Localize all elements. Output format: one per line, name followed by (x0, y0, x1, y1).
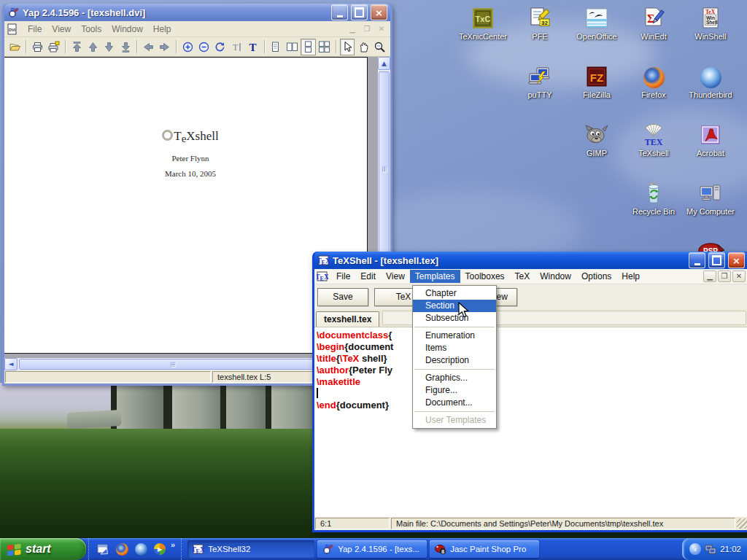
tray-chevron-icon[interactable]: ‹ (689, 543, 701, 555)
menu-item-items[interactable]: Items (413, 342, 496, 354)
select-tool-icon[interactable] (340, 39, 355, 55)
menu-item-section[interactable]: Section (413, 300, 496, 312)
mdi-close-icon[interactable]: ✕ (732, 271, 746, 282)
zoom-out-icon[interactable] (196, 39, 211, 55)
maximize-button[interactable] (708, 252, 725, 268)
scroll-up-icon[interactable]: ▲ (378, 57, 390, 70)
menu-item-enumeration[interactable]: Enumeration (413, 330, 496, 342)
firefox-icon[interactable] (116, 543, 128, 556)
texshell-menu-templates[interactable]: Templates (410, 270, 460, 283)
taskbar-task-yap-2-4-1596-texs[interactable]: DVIYap 2.4.1596 - [texs... (317, 540, 427, 558)
network-icon[interactable] (705, 543, 716, 555)
quick-launch-overflow-chevron[interactable]: » (171, 540, 175, 549)
menu-item-document[interactable]: Document... (413, 397, 496, 409)
menu-item-chapter[interactable]: Chapter (413, 287, 496, 300)
texshell-menu-edit[interactable]: Edit (355, 270, 381, 283)
single-page-icon[interactable] (268, 39, 283, 55)
open-file-icon[interactable] (7, 39, 22, 55)
desktop-icon-firefox[interactable]: Firefox (626, 64, 681, 99)
media-player-icon[interactable]: ▶ (154, 543, 166, 555)
start-button[interactable]: start (0, 538, 86, 560)
desktop-icon-texniccenter[interactable]: TxCTeXnicCenter (455, 6, 511, 41)
editor-line: \author{Peter Fly (317, 365, 747, 376)
forward-icon[interactable] (158, 39, 172, 55)
hand-tool-icon[interactable] (356, 39, 371, 55)
texshell-menu-view[interactable]: View (381, 270, 410, 283)
menu-item-graphics[interactable]: Graphics... (413, 372, 496, 384)
text-icon[interactable]: T (245, 39, 260, 55)
resize-grip[interactable] (737, 518, 747, 529)
desktop-icon-putty[interactable]: puTTY (512, 64, 568, 99)
refresh-icon[interactable] (213, 39, 228, 55)
mdi-restore-icon[interactable]: ❐ (360, 23, 374, 35)
magnifier-tool-icon[interactable] (373, 39, 387, 55)
mdi-close-icon[interactable]: ✕ (375, 23, 388, 35)
double-page-icon[interactable] (285, 39, 299, 55)
continuous-page-icon[interactable] (301, 39, 315, 55)
texshell-statusbar: 6:1 Main file: C:\Documents and Settings… (314, 517, 747, 530)
close-button[interactable]: × (371, 4, 387, 20)
yap-menu-window[interactable]: Window (107, 23, 148, 36)
svg-text:32: 32 (541, 20, 548, 26)
desktop-icon-texshell[interactable]: TEXTeXshell (626, 122, 681, 158)
taskbar-task-texshell32[interactable]: TEXTeXShell32 (187, 540, 314, 558)
desktop-icon-pfe[interactable]: 32PFE (512, 6, 568, 41)
taskbar-task-jasc-paint-shop-pro[interactable]: 8Jasc Paint Shop Pro (430, 540, 539, 558)
texshell-doc-icon: TEX (317, 271, 328, 282)
yap-app-icon: DVI (8, 7, 20, 18)
yap-menu-help[interactable]: Help (148, 23, 177, 36)
texshell-menu-help[interactable]: Help (616, 270, 645, 283)
previous-page-icon[interactable] (85, 39, 100, 55)
save-button[interactable]: Save (317, 288, 368, 306)
mdi-minimize-icon[interactable]: ▁ (703, 271, 716, 282)
maximize-button[interactable] (351, 4, 368, 20)
menu-item-subsection[interactable]: Subsection (413, 312, 496, 324)
desktop-icon-gimp[interactable]: GIMP (569, 122, 624, 158)
texshell-menu-file[interactable]: File (331, 270, 355, 283)
tab-texshell-tex[interactable]: texshell.tex (316, 311, 379, 327)
minimize-button[interactable] (689, 252, 705, 268)
ruler-icon[interactable]: T (229, 39, 244, 55)
desktop-icon-thunderbird[interactable]: Thunderbird (683, 64, 738, 99)
desktop-icon-acrobat[interactable]: Acrobat (683, 122, 738, 158)
mdi-restore-icon[interactable]: ❐ (718, 271, 731, 282)
first-page-icon[interactable] (69, 39, 84, 55)
menu-item-description[interactable]: Description (413, 354, 496, 367)
desktop-icon-openoffice[interactable]: OpenOffice (569, 6, 624, 41)
thunderbird-icon[interactable] (135, 543, 147, 556)
back-icon[interactable] (141, 39, 155, 55)
print-setup-icon[interactable] (47, 39, 61, 55)
scroll-left-icon[interactable]: ◄ (4, 358, 18, 370)
texshell-menu-tex[interactable]: TeX (510, 270, 535, 283)
texshell-titlebar[interactable]: TEX TeXShell - [texshell.tex] × (314, 252, 747, 269)
scrollbar-thumb[interactable] (19, 359, 327, 370)
close-button[interactable]: × (728, 252, 745, 268)
last-page-icon[interactable] (118, 39, 133, 55)
mdi-minimize-icon[interactable]: ▁ (346, 23, 359, 35)
desktop-icon-label: TeXnicCenter (455, 32, 511, 41)
desktop-icon-winedt[interactable]: ΣWinEdt (626, 6, 681, 41)
next-page-icon[interactable] (102, 39, 117, 55)
desktop-icon-mycomputer[interactable]: My Computer (683, 181, 738, 216)
desktop-icon-winshell[interactable]: TeXWinShellWinShell (683, 6, 738, 41)
clock: 21:02 (720, 545, 741, 553)
menu-item-figure[interactable]: Figure... (413, 384, 496, 397)
texshell-menu-options[interactable]: Options (576, 270, 616, 283)
menu-item-user-templates[interactable]: User Templates (413, 414, 496, 427)
editor-textarea[interactable]: \documentclass{\begin{document\title{\Te… (314, 327, 747, 517)
show-desktop-icon[interactable] (96, 542, 109, 556)
desktop-icon-recyclebin[interactable]: Recycle Bin (626, 181, 681, 216)
desktop-icon-filezilla[interactable]: FZFileZilla (569, 64, 624, 99)
minimize-button[interactable] (331, 4, 348, 20)
scrollbar-thumb[interactable] (379, 71, 390, 267)
print-icon[interactable] (30, 39, 44, 55)
texshell-menu-window[interactable]: Window (535, 270, 576, 283)
yap-menu-view[interactable]: View (47, 23, 76, 36)
zoom-in-icon[interactable] (180, 39, 195, 55)
yap-menu-file[interactable]: File (23, 23, 47, 36)
yap-menu-tools[interactable]: Tools (76, 23, 107, 36)
continuous-double-icon[interactable] (317, 39, 332, 55)
texshell-icon: TEX (193, 543, 204, 555)
yap-titlebar[interactable]: DVI Yap 2.4.1596 - [texshell.dvi] × (4, 4, 390, 21)
texshell-menu-toolboxes[interactable]: Toolboxes (460, 270, 510, 283)
